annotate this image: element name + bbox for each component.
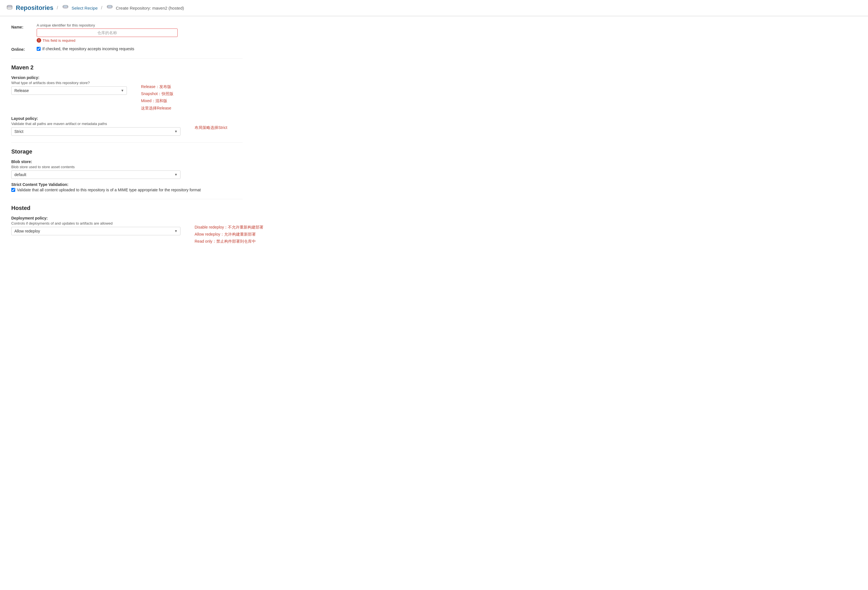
svg-point-1: [7, 5, 12, 7]
version-policy-annotation: Release：发布版 Snapshot：快照版 Mixed：混和版 这里选择R…: [141, 75, 173, 112]
layout-policy-row: Layout policy: Validate that all paths a…: [11, 116, 242, 136]
name-error-msg: ! This field is required: [37, 38, 242, 43]
strict-content-description: Validate that all content uploaded to th…: [17, 188, 201, 192]
name-description: A unique identifier for this repository: [37, 23, 242, 27]
annotation-choose-release: 这里选择Release: [141, 105, 173, 112]
version-policy-left: Version policy: What type of artifacts d…: [11, 75, 127, 95]
deployment-section: Deployment policy: Controls if deploymen…: [11, 216, 242, 245]
deployment-policy-description: Controls if deployments of and updates t…: [11, 221, 180, 225]
version-policy-description: What type of artifacts does this reposit…: [11, 81, 127, 85]
version-policy-label: Version policy:: [11, 75, 127, 80]
deployment-annotation: Disable redeploy：不允许重新构建部署 Allow redeplo…: [195, 216, 263, 245]
name-label: Name:: [11, 23, 37, 30]
repositories-title[interactable]: Repositories: [16, 4, 53, 12]
name-field: A unique identifier for this repository …: [37, 23, 242, 43]
layout-policy-dropdown-wrapper: Strict Permissive ▼: [11, 127, 180, 136]
version-policy-dropdown-wrapper: Release Snapshot Mixed ▼: [11, 86, 127, 95]
online-checkbox[interactable]: [37, 47, 41, 51]
error-icon: !: [37, 38, 41, 43]
name-row: Name: A unique identifier for this repos…: [11, 23, 242, 43]
recipe-icon: [62, 4, 69, 12]
strict-content-field: Validate that all content uploaded to th…: [11, 188, 242, 192]
hosted-header: Hosted: [11, 199, 242, 211]
deployment-left: Deployment policy: Controls if deploymen…: [11, 216, 180, 235]
strict-content-checkbox[interactable]: [11, 188, 15, 192]
layout-policy-annotation: 布局策略选择Strict: [195, 116, 227, 131]
online-description: If checked, the repository accepts incom…: [42, 47, 134, 51]
main-content: Name: A unique identifier for this repos…: [0, 16, 254, 252]
sep-2: /: [100, 5, 103, 10]
annotation-mixed: Mixed：混和版: [141, 98, 173, 104]
error-text: This field is required: [43, 38, 75, 43]
deployment-policy-label: Deployment policy:: [11, 216, 180, 220]
deployment-row: Deployment policy: Controls if deploymen…: [11, 216, 242, 245]
annotation-strict: 布局策略选择Strict: [195, 124, 227, 131]
online-label: Online:: [11, 47, 37, 52]
online-row: Online: If checked, the repository accep…: [11, 47, 242, 52]
annotation-read-only: Read only：禁止构件部署到仓库中: [195, 238, 263, 245]
annotation-disable-redeploy: Disable redeploy：不允许重新构建部署: [195, 224, 263, 231]
blob-store-description: Blob store used to store asset contents: [11, 165, 242, 169]
svg-point-3: [63, 5, 68, 7]
online-field: If checked, the repository accepts incom…: [37, 47, 134, 51]
storage-header: Storage: [11, 142, 242, 155]
maven2-header: Maven 2: [11, 58, 242, 71]
version-policy-section: Version policy: What type of artifacts d…: [11, 75, 242, 112]
strict-content-label: Strict Content Type Validation:: [11, 182, 242, 187]
repositories-icon: [6, 4, 13, 12]
annotation-release: Release：发布版: [141, 83, 173, 90]
select-recipe-link[interactable]: Select Recipe: [72, 6, 98, 10]
create-icon: [106, 4, 114, 12]
version-policy-select[interactable]: Release Snapshot Mixed: [11, 86, 127, 95]
deployment-policy-dropdown-wrapper: Allow redeploy Disable redeploy Read onl…: [11, 227, 180, 235]
layout-policy-section: Layout policy: Validate that all paths a…: [11, 116, 242, 136]
sep-1: /: [56, 5, 59, 10]
blob-store-label: Blob store:: [11, 160, 242, 164]
annotation-allow-redeploy: Allow redeploy：允许构建重新部署: [195, 231, 263, 238]
deployment-policy-select[interactable]: Allow redeploy Disable redeploy Read onl…: [11, 227, 180, 235]
layout-policy-select[interactable]: Strict Permissive: [11, 127, 180, 136]
strict-content-section: Strict Content Type Validation: Validate…: [11, 182, 242, 192]
svg-point-5: [107, 5, 112, 7]
name-input[interactable]: [37, 28, 178, 37]
layout-policy-label: Layout policy:: [11, 116, 180, 121]
layout-policy-left: Layout policy: Validate that all paths a…: [11, 116, 180, 136]
annotation-snapshot: Snapshot：快照版: [141, 90, 173, 98]
blob-store-select[interactable]: default: [11, 170, 180, 179]
create-title: Create Repository: maven2 (hosted): [116, 6, 184, 10]
breadcrumb: Repositories / Select Recipe / Create Re…: [0, 0, 868, 16]
blob-store-section: Blob store: Blob store used to store ass…: [11, 160, 242, 179]
version-policy-row: Version policy: What type of artifacts d…: [11, 75, 242, 112]
blob-store-dropdown-wrapper: default ▼: [11, 170, 180, 179]
layout-policy-description: Validate that all paths are maven artifa…: [11, 121, 180, 126]
